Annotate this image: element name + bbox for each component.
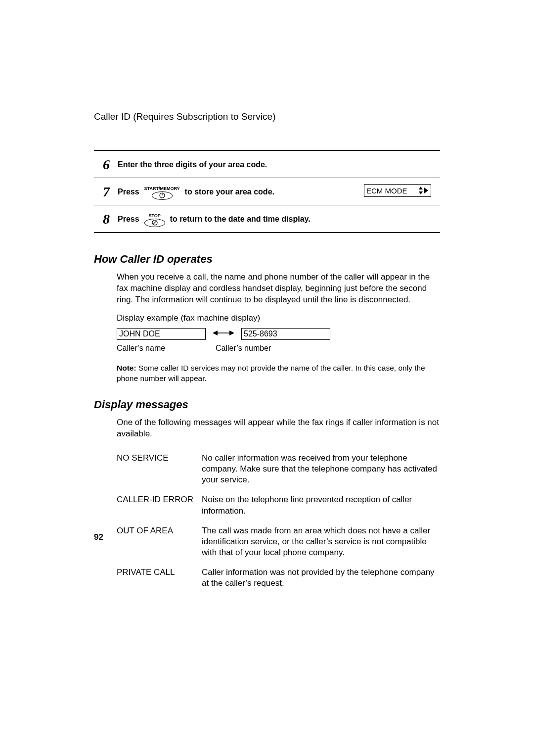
step-post-text: to return to the date and time display. — [170, 215, 311, 224]
svg-marker-8 — [213, 331, 218, 335]
message-row: CALLER-ID ERRORNoise on the telephone li… — [117, 494, 440, 516]
page-content: Caller ID (Requires Subscription to Serv… — [94, 111, 440, 598]
svg-marker-4 — [424, 188, 428, 193]
step-number: 7 — [103, 185, 118, 199]
section-title-display-messages: Display messages — [94, 398, 440, 411]
page-number: 92 — [94, 532, 103, 542]
message-label: PRIVATE CALL — [117, 567, 202, 589]
display-example-label: Display example (fax machine display) — [117, 313, 440, 324]
section-title-caller-id: How Caller ID operates — [94, 253, 440, 266]
page-header: Caller ID (Requires Subscription to Serv… — [94, 111, 440, 122]
message-description: Noise on the telephone line prevented re… — [202, 494, 440, 516]
message-row: PRIVATE CALLCaller information was not p… — [117, 567, 440, 589]
double-arrow-icon — [213, 328, 234, 339]
lcd-arrows-icon — [418, 186, 429, 195]
step-body: Press STOP to return to the date and tim… — [118, 213, 311, 226]
display-example-row: JOHN DOE 525-8693 — [117, 328, 440, 340]
lcd-display: ECM MODE — [364, 184, 431, 197]
stop-button-icon: STOP — [144, 214, 165, 227]
steps-list: 6 Enter the three digits of your area co… — [94, 150, 440, 233]
step-row: 8Press STOP to return to the date and ti… — [94, 205, 440, 232]
message-label: NO SERVICE — [117, 453, 202, 485]
message-description: The call was made from an area which doe… — [202, 525, 440, 558]
svg-marker-3 — [419, 191, 423, 194]
display-captions: Caller’s name Caller’s number — [117, 343, 440, 354]
step-pre-text: Press — [118, 188, 139, 196]
svg-marker-2 — [419, 187, 423, 189]
step-row: 6 Enter the three digits of your area co… — [94, 151, 440, 178]
caller-id-paragraph: When you receive a call, the name and ph… — [117, 272, 440, 306]
message-label: CALLER-ID ERROR — [117, 494, 202, 516]
note-body: Some caller ID services may not provide … — [117, 364, 425, 382]
step-post-text: Enter the three digits of your area code… — [118, 160, 267, 169]
message-row: OUT OF AREAThe call was made from an are… — [117, 525, 440, 558]
button-label: START/MEMORY — [144, 187, 180, 191]
display-messages-intro: One of the following messages will appea… — [117, 417, 440, 440]
display-caller-name: JOHN DOE — [117, 328, 206, 340]
step-pre-text: Press — [118, 215, 139, 224]
step-body: Press START/MEMORY to store your area co… — [118, 186, 274, 199]
caller-id-note: Note: Some caller ID services may not pr… — [117, 363, 440, 383]
button-oval — [152, 191, 173, 200]
section-caller-id: When you receive a call, the name and ph… — [117, 272, 440, 383]
section-display-messages: One of the following messages will appea… — [117, 417, 440, 589]
message-description: No caller information was received from … — [202, 453, 440, 485]
svg-marker-9 — [229, 331, 234, 335]
caption-number: Caller’s number — [216, 343, 300, 354]
caption-name: Caller’s name — [117, 343, 216, 354]
message-row: NO SERVICENo caller information was rece… — [117, 453, 440, 485]
step-body: Enter the three digits of your area code… — [118, 160, 267, 169]
lcd-text: ECM MODE — [366, 187, 407, 195]
message-label: OUT OF AREA — [117, 525, 202, 558]
step-post-text: to store your area code. — [185, 188, 274, 196]
messages-table: NO SERVICENo caller information was rece… — [117, 453, 440, 589]
button-oval — [144, 219, 165, 227]
note-label: Note: — [117, 364, 136, 372]
svg-line-6 — [153, 221, 156, 225]
display-caller-number: 525-8693 — [241, 328, 330, 340]
step-number: 8 — [103, 212, 118, 226]
message-description: Caller information was not provided by t… — [202, 567, 440, 589]
start-memory-button-icon: START/MEMORY — [144, 187, 180, 200]
step-number: 6 — [103, 158, 118, 172]
button-label: STOP — [148, 214, 160, 218]
step-row: 7Press START/MEMORY to store your area c… — [94, 178, 440, 205]
